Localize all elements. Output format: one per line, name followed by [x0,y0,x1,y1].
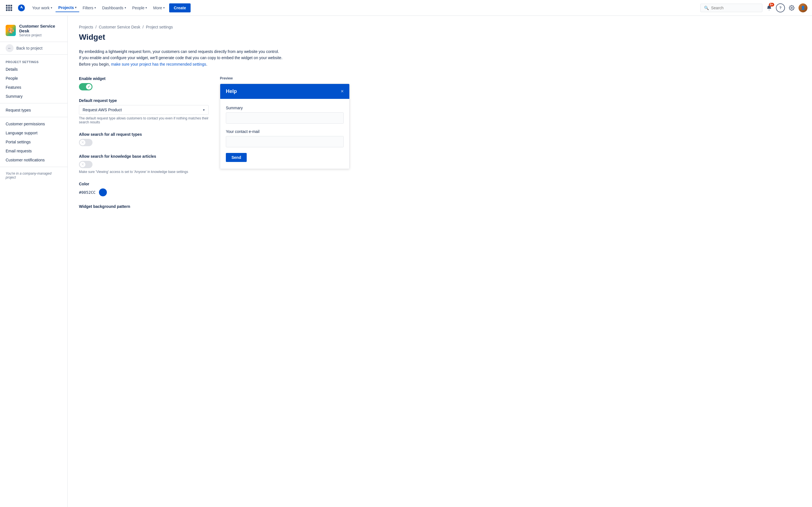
sidebar-item-features[interactable]: Features [0,83,67,92]
page-title: Widget [79,33,801,42]
enable-widget-label: Enable widget [79,76,209,81]
sidebar-section-title: Project settings [0,57,67,65]
nav-filters[interactable]: Filters ▾ [80,4,99,12]
breadcrumb-projects[interactable]: Projects [79,25,93,29]
recommended-settings-link[interactable]: make sure your project has the recommend… [111,62,206,66]
color-row: #0052CC [79,188,209,196]
allow-kb-label: Allow search for knowledge base articles [79,154,209,159]
help-button[interactable]: ? [776,3,785,12]
sidebar-footer-note: You're in a company-managed project [0,169,67,182]
nav-right-section: 🔍 9+ ? 👤 [700,3,808,12]
sidebar-divider [0,167,67,167]
sidebar-item-customer-permissions[interactable]: Customer permissions [0,119,67,128]
create-button[interactable]: Create [169,3,191,12]
color-section: Color #0052CC [79,182,209,196]
main-content: Projects / Customer Service Desk / Proje… [68,16,812,507]
preview-summary-label: Summary [226,106,344,110]
preview-email-label: Your contact e-mail [226,129,344,134]
preview-summary-input[interactable] [226,112,344,124]
logo[interactable] [17,3,26,12]
page-description: By embedding a lightweight request form,… [79,48,350,67]
top-navigation: Your work ▾ Projects ▾ Filters ▾ Dashboa… [0,0,812,16]
back-to-project[interactable]: ← Back to project [0,42,67,55]
sidebar-divider [0,103,67,103]
avatar[interactable]: 👤 [799,3,808,12]
enable-widget-toggle[interactable]: ✓ [79,83,93,91]
preview-section: Preview Help × Summary Your [220,76,350,169]
color-picker-dot[interactable] [99,188,107,196]
search-input[interactable] [711,6,759,10]
sidebar-item-email-requests[interactable]: Email requests [0,147,67,156]
project-info: Customer Service Desk Service project [19,24,62,37]
color-label: Color [79,182,209,186]
allow-search-toggle-wrap: ✕ [79,139,209,146]
two-column-layout: Enable widget ✓ Default request type [79,76,350,217]
nav-dashboards[interactable]: Dashboards ▾ [99,4,129,12]
sidebar: 🎨 Customer Service Desk Service project … [0,16,68,507]
sidebar-item-customer-notifications[interactable]: Customer notifications [0,156,67,165]
breadcrumb-current: Project settings [146,25,173,29]
breadcrumb-sep: / [96,25,97,29]
app-layout: 🎨 Customer Service Desk Service project … [0,16,812,507]
preview-close-icon[interactable]: × [341,89,344,94]
breadcrumb-project[interactable]: Customer Service Desk [99,25,140,29]
allow-kb-toggle[interactable]: ✕ [79,161,93,168]
widget-bg-label: Widget background pattern [79,204,209,209]
default-request-type-section: Default request type Request AWS Product… [79,98,209,124]
chevron-down-icon: ▾ [124,6,126,9]
preview-email-field: Your contact e-mail [226,129,344,147]
allow-kb-section: Allow search for knowledge base articles… [79,154,209,174]
nav-items: Your work ▾ Projects ▾ Filters ▾ Dashboa… [29,3,699,12]
nav-your-work[interactable]: Your work ▾ [29,4,55,12]
search-box[interactable]: 🔍 [700,4,762,12]
nav-more[interactable]: More ▾ [150,4,167,12]
apps-grid-button[interactable] [4,3,13,12]
preview-header-title: Help [226,89,237,94]
settings-button[interactable] [787,3,796,12]
toggle-check-icon: ✓ [87,85,90,89]
preview-summary-field: Summary [226,106,344,124]
preview-email-input[interactable] [226,136,344,147]
chevron-down-icon: ▾ [75,6,77,9]
search-icon: 🔍 [704,6,709,10]
allow-search-label: Allow search for all request types [79,132,209,136]
gear-icon [789,5,795,11]
sidebar-item-details[interactable]: Details [0,65,67,74]
nav-people[interactable]: People ▾ [130,4,150,12]
default-request-type-select-wrap: Request AWS Product General Request Bug … [79,105,209,115]
project-type: Service project [19,33,62,37]
toggle-knob: ✕ [80,140,86,145]
toggle-x-icon: ✕ [81,140,84,145]
sidebar-item-language-support[interactable]: Language support [0,128,67,137]
content-body: By embedding a lightweight request form,… [79,48,350,217]
project-name: Customer Service Desk [19,24,62,33]
default-request-hint: The default request type allows customer… [79,116,209,124]
default-request-type-select[interactable]: Request AWS Product General Request Bug … [79,105,209,115]
enable-widget-toggle-wrap: ✓ [79,83,209,91]
sidebar-item-summary[interactable]: Summary [0,92,67,101]
chevron-down-icon: ▾ [94,6,96,9]
default-request-type-label: Default request type [79,98,209,103]
chevron-down-icon: ▾ [146,6,147,9]
allow-kb-hint: Make sure 'Viewing' access is set to 'An… [79,170,209,174]
nav-projects[interactable]: Projects ▾ [56,4,79,12]
settings-form: Enable widget ✓ Default request type [79,76,209,217]
toggle-x-icon: ✕ [81,163,84,166]
preview-send-button[interactable]: Send [226,153,247,162]
allow-search-toggle[interactable]: ✕ [79,139,93,146]
grid-icon [6,5,12,11]
allow-kb-toggle-wrap: ✕ [79,161,209,168]
color-hex-value: #0052CC [79,190,96,194]
project-header: 🎨 Customer Service Desk Service project [0,20,67,42]
sidebar-item-request-types[interactable]: Request types [0,106,67,115]
sidebar-item-people[interactable]: People [0,74,67,83]
preview-card: Help × Summary Your contact e-mail [220,83,350,169]
breadcrumb: Projects / Customer Service Desk / Proje… [79,25,801,29]
back-arrow-icon: ← [6,44,13,52]
sidebar-item-portal-settings[interactable]: Portal settings [0,137,67,147]
user-avatar: 👤 [799,3,808,12]
enable-widget-section: Enable widget ✓ [79,76,209,91]
chevron-down-icon: ▾ [51,6,52,9]
notifications-button[interactable]: 9+ [765,3,774,12]
preview-header: Help × [220,84,349,99]
